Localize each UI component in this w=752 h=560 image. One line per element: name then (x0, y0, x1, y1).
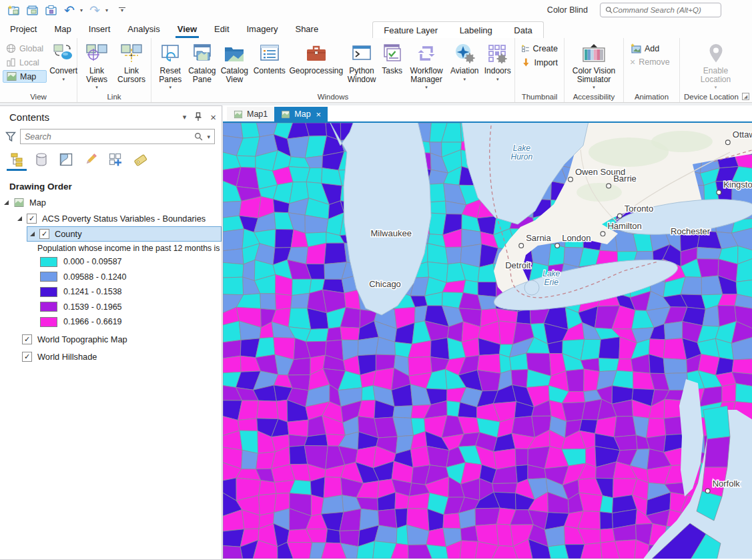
ribbon-group-windows: Reset Panes▾ Catalog Pane Catalog View (151, 38, 515, 102)
create-thumbnail-button[interactable]: Create (518, 42, 561, 55)
map-icon (234, 110, 243, 119)
command-search-input[interactable] (613, 6, 716, 14)
open-project-icon[interactable] (24, 2, 40, 18)
filter-funnel-icon[interactable] (5, 131, 16, 142)
tab-share[interactable]: Share (286, 21, 327, 38)
reset-panes-button[interactable]: Reset Panes▾ (155, 40, 185, 92)
view-tab-map1[interactable]: Map1 (227, 107, 274, 121)
group-label-thumbnail: Thumbnail (515, 93, 564, 101)
redo-button[interactable]: ↷ (87, 2, 103, 18)
map-canvas[interactable]: LakeHuronLakeErieMilwaukeeChicagoOwen So… (223, 123, 752, 559)
county-checkbox[interactable] (39, 229, 49, 239)
city-label: Hamilton (607, 221, 641, 231)
tab-feature-layer[interactable]: Feature Layer (380, 25, 442, 35)
link-cursors-button[interactable]: Link Cursors (114, 40, 149, 83)
legend-label-1: 0.000 - 0.09587 (63, 257, 122, 266)
legend-row: 0.1241 - 0.1538 (0, 284, 222, 300)
group-label-view: View (0, 93, 77, 101)
expand-icon[interactable] (17, 216, 22, 221)
group-layer-checkbox[interactable] (27, 214, 37, 224)
local-button[interactable]: Local (3, 56, 47, 69)
catalog-pane-button[interactable]: Catalog Pane (187, 40, 218, 83)
list-by-snapping-icon[interactable] (107, 151, 124, 168)
workflow-manager-button[interactable]: Workflow Manager▾ (406, 40, 447, 92)
color-vision-simulator-button[interactable]: Color Vision Simulator▾ (567, 40, 621, 92)
city-label: Chicago (369, 279, 401, 289)
customize-qat-icon[interactable]: ▾ (119, 7, 125, 13)
tree-item-world-hillshade[interactable]: World Hillshade (0, 349, 222, 364)
global-button[interactable]: Global (3, 42, 47, 55)
view-tab-map-active[interactable]: Map × (274, 107, 328, 121)
redo-dropdown-icon[interactable]: ▾ (105, 7, 108, 13)
legend-swatch-2[interactable] (40, 272, 57, 282)
close-view-icon[interactable]: × (316, 110, 322, 119)
tree-item-map[interactable]: Map (0, 194, 222, 210)
view-tab-strip: Map1 Map × (223, 105, 752, 123)
catalog-view-button[interactable]: Catalog View (219, 40, 250, 83)
undo-button[interactable]: ↶ (61, 2, 77, 18)
expand-icon[interactable] (4, 200, 9, 205)
dialog-launcher-icon[interactable]: ◢ (742, 93, 749, 100)
tab-labeling[interactable]: Labeling (456, 25, 496, 35)
hillshade-checkbox[interactable] (22, 352, 32, 362)
city-marker (569, 177, 573, 182)
contents-button[interactable]: Contents (252, 40, 288, 75)
search-dropdown-icon[interactable]: ▾ (207, 133, 210, 140)
geoprocessing-button[interactable]: Geoprocessing (289, 40, 344, 75)
new-project-icon[interactable] (5, 2, 21, 18)
tab-insert[interactable]: Insert (80, 21, 119, 38)
legend-swatch-5[interactable] (40, 317, 57, 327)
indoors-icon (487, 42, 508, 65)
link-views-button[interactable]: Link Views ▾ (79, 40, 114, 92)
list-by-selection-icon[interactable] (57, 151, 75, 168)
legend-row: 0.1539 - 0.1965 (0, 300, 222, 315)
close-pane-icon[interactable]: × (210, 111, 216, 123)
tasks-button[interactable]: Tasks (380, 40, 404, 75)
remove-animation-button[interactable]: × Remove (627, 56, 677, 68)
aviation-button[interactable]: Aviation ▾ (448, 40, 480, 83)
list-by-data-source-icon[interactable] (33, 151, 50, 168)
list-by-labeling-icon[interactable] (131, 151, 149, 168)
import-thumbnail-button[interactable]: Import (518, 56, 561, 69)
python-window-button[interactable]: Python Window (345, 40, 378, 83)
city-label: Barrie (613, 174, 637, 184)
list-by-drawing-order-icon[interactable] (8, 151, 25, 168)
quick-access-toolbar: ↶ ▾ ↷ ▾ ▾ Color Blind (0, 0, 752, 20)
tab-project[interactable]: Project (1, 21, 45, 38)
add-animation-button[interactable]: Add (627, 42, 677, 55)
undo-dropdown-icon[interactable]: ▾ (80, 7, 83, 13)
command-search-box[interactable] (600, 3, 721, 17)
tab-data[interactable]: Data (510, 25, 536, 35)
contents-search-box[interactable]: ▾ (20, 129, 215, 144)
link-views-icon (85, 42, 108, 65)
tab-map[interactable]: Map (45, 21, 79, 38)
tab-imagery[interactable]: Imagery (238, 21, 287, 38)
indoors-button[interactable]: Indoors ▾ (482, 40, 513, 83)
tab-analysis[interactable]: Analysis (119, 21, 168, 38)
topographic-checkbox[interactable] (22, 334, 32, 344)
contents-search-input[interactable] (25, 132, 194, 142)
catalog-view-icon (224, 42, 245, 65)
pane-menu-chevron-icon[interactable]: ▾ (183, 113, 187, 121)
enable-location-button[interactable]: Enable Location▾ (691, 40, 741, 92)
convert-button[interactable]: Convert▾ (48, 40, 79, 83)
tree-item-group-layer[interactable]: ACS Poverty Status Variables - Boundarie… (0, 210, 222, 226)
city-marker (519, 244, 524, 248)
tab-edit[interactable]: Edit (206, 21, 238, 38)
legend-swatch-1[interactable] (40, 257, 57, 267)
tab-view[interactable]: View (169, 21, 206, 38)
legend-swatch-3[interactable] (40, 287, 57, 297)
tree-item-world-topographic[interactable]: World Topographic Map (0, 332, 222, 347)
python-window-icon (352, 42, 372, 65)
list-by-editing-icon[interactable] (82, 151, 99, 168)
tree-item-county-selected[interactable]: County (27, 226, 222, 242)
expand-icon[interactable] (30, 232, 35, 236)
legend-row: 0.09588 - 0.1240 (0, 270, 222, 285)
city-marker (601, 232, 605, 236)
legend-swatch-4[interactable] (40, 302, 57, 312)
aviation-icon (454, 42, 475, 65)
save-project-icon[interactable] (43, 2, 59, 18)
group-label-accessibility: Accessibility (565, 93, 623, 101)
pin-icon[interactable] (194, 112, 202, 121)
map-view-button[interactable]: Map (3, 70, 47, 83)
